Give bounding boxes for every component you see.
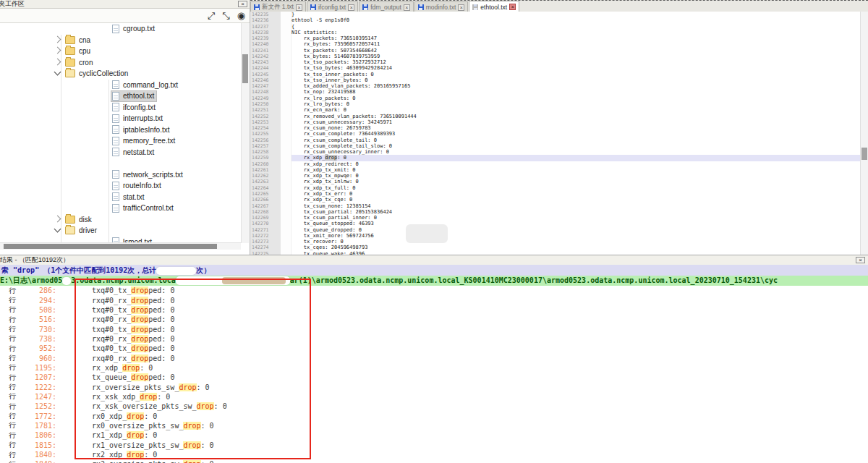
locate-file-icon[interactable]: ◉	[237, 11, 245, 21]
editor-line[interactable]: 142266 rx_xdp_tx_cqe: 0	[250, 197, 861, 203]
chevron-down-icon[interactable]	[54, 226, 61, 233]
editor-line[interactable]: 142269 tx_csum_partial_inner: 0	[250, 215, 861, 221]
workspace-close-button[interactable]: ×	[238, 1, 247, 7]
editor-line[interactable]: 142250 rx_lro_bytes: 0	[250, 101, 861, 107]
tab-close-icon[interactable]: ×	[348, 4, 354, 11]
result-row[interactable]: 行508:txq#0_tx_dropped: 0	[0, 305, 868, 315]
tree-hscrollbar-thumb[interactable]	[4, 244, 217, 249]
tree-item-cpu[interactable]: cpu	[0, 46, 241, 57]
editor-line[interactable]: 142239 rx_packets: 736510395147	[250, 35, 861, 41]
result-row[interactable]: 行1207:tx_queue_dropped: 0	[0, 373, 868, 382]
results-close-button[interactable]: ×	[856, 257, 865, 263]
result-row[interactable]: 行1840:rx2_xdp_drop: 0	[0, 450, 868, 459]
editor-line[interactable]: 142244 tx_tso_bytes: 463099429284214	[250, 65, 861, 71]
search-summary-line[interactable]: 索 "drop" （1个文件中匹配到10192次，总计次）	[0, 265, 868, 276]
result-row[interactable]: 行286:txq#0_tx_dropped: 0	[0, 286, 868, 295]
tab-fdm-output[interactable]: fdm_output×	[359, 1, 414, 12]
tree-item-cgroup-txt[interactable]: cgroup.txt	[0, 23, 241, 35]
editor-line[interactable]: 142236ethtool -S enp1s0f0	[250, 17, 861, 23]
result-row[interactable]: 行294:rxq#0_rx_dropped: 0	[0, 295, 868, 305]
editor-line[interactable]: 142258 rx_csum_unnecessary_inner: 0	[250, 149, 861, 155]
editor-line[interactable]: 142265 rx_xdp_tx_err: 0	[250, 191, 861, 197]
tree-vscrollbar-thumb[interactable]	[242, 54, 248, 83]
editor-line[interactable]: 142268 tx_csum_partial: 205153836424	[250, 209, 861, 215]
tree-item-cna[interactable]: cna	[0, 35, 241, 46]
editor-line[interactable]: 142255 rx_csum_complete: 736449389393	[250, 131, 861, 137]
editor-line[interactable]: 142261 rx_xdp_tx_xmit: 0	[250, 167, 861, 173]
editor-line[interactable]: 142246 tx_tso_inner_bytes: 0	[250, 77, 861, 83]
chevron-right-icon[interactable]	[54, 35, 61, 43]
result-row[interactable]: 行1815:rx1_oversize_pkts_sw_drop: 0	[0, 441, 868, 450]
editor-line[interactable]: 142240 rx_bytes: 735960572057411	[250, 41, 861, 47]
editor-line[interactable]: 142247 tx_added_vlan_packets: 2051659571…	[250, 83, 861, 89]
result-row[interactable]: 行730:txq#0_tx_dropped: 0	[0, 324, 868, 334]
editor-line[interactable]: 142252 rx_removed_vlan_packets: 73651009…	[250, 114, 861, 119]
editor-line[interactable]: 142257 rx_csum_complete_tail_slow: 0	[250, 143, 861, 149]
editor-line[interactable]: 142271 tx_queue_dropped: 0	[250, 227, 861, 233]
tab-close-icon[interactable]: ×	[296, 4, 302, 11]
result-row[interactable]: 行1195:rx_xdp_drop: 0	[0, 363, 868, 373]
editor-line[interactable]: 142254 rx_csum_none: 26759783	[250, 125, 861, 131]
editor-line[interactable]: 142270 tx_queue_stopped: 46393	[250, 221, 861, 226]
editor-line[interactable]: 142263 rx_xdp_tx_inlnw: 0	[250, 179, 861, 184]
tab-close-icon[interactable]: ×	[404, 4, 410, 11]
tree-item-ifconfig-txt[interactable]: ifconfig.txt	[0, 102, 241, 114]
tree-hscrollbar[interactable]	[0, 242, 241, 250]
tree-item-ethtool-txt[interactable]: ethtool.txt	[0, 90, 241, 102]
editor-line[interactable]: 142262 rx_xdp_tx_mpwqe: 0	[250, 173, 861, 179]
result-row[interactable]: 行1252:rx_xsk_oversize_pkts_sw_drop: 0	[0, 402, 868, 411]
result-row[interactable]: 行1222:rx_oversize_pkts_sw_drop: 0	[0, 382, 868, 391]
tree-item-stat-txt[interactable]: stat.txt	[0, 192, 241, 203]
chevron-right-icon[interactable]	[54, 215, 61, 222]
editor-text-area[interactable]: 142235}142236ethtool -S enp1s0f0142237{1…	[250, 12, 861, 255]
editor-line[interactable]: 142264 rx_xdp_tx_full: 0	[250, 185, 861, 191]
tab-modinfo-txt[interactable]: modinfo.txt×	[414, 1, 469, 12]
editor-line[interactable]: 142253 rx_csum_unnecessary: 34245971	[250, 119, 861, 125]
editor-line[interactable]: 142259 rx_xdp_drop: 0	[250, 155, 861, 161]
expand-all-icon[interactable]: ⤢	[208, 11, 215, 21]
result-row[interactable]: 行738:rxq#0_rx_dropped: 0	[0, 334, 868, 344]
tree-vscrollbar[interactable]	[241, 23, 249, 243]
workspace-tree[interactable]: cgroup.txtcnacpucroncyclicCollectioncomm…	[0, 23, 241, 243]
tab-ifconfig-txt[interactable]: ifconfig.txt×	[307, 1, 358, 12]
editor-vscrollbar[interactable]	[860, 12, 868, 255]
editor-line[interactable]: 142251 rx_ecn_mark: 0	[250, 107, 861, 113]
tree-item-command-log-txt[interactable]: command_log.txt	[0, 80, 241, 91]
editor-line[interactable]: 142238NIC statistics:	[250, 30, 861, 35]
result-row[interactable]: 行1247:rx_xsk_xdp_drop: 0	[0, 392, 868, 402]
result-row[interactable]: 行516:rxq#0_rx_dropped: 0	[0, 315, 868, 324]
editor-line[interactable]: 142267 tx_csum_none: 12385154	[250, 203, 861, 209]
tab-close-icon[interactable]: ×	[509, 4, 516, 10]
tree-item-cron[interactable]: cron	[0, 57, 241, 69]
editor-line[interactable]: 142245 tx_tso_inner_packets: 0	[250, 72, 861, 77]
editor-vscrollbar-thumb[interactable]	[861, 148, 867, 160]
editor-line[interactable]: 142272 tx_xmit_more: 569724756	[250, 233, 861, 239]
tree-item-memory-free-txt[interactable]: memory_free.txt	[0, 135, 241, 147]
tab--1-txt[interactable]: 新文件 1.txt×	[250, 1, 306, 12]
chevron-down-icon[interactable]	[54, 69, 61, 76]
editor-line[interactable]: 142248 tx_nop: 232419588	[250, 89, 861, 95]
editor-line[interactable]: 142242 tx_bytes: 514607839753959	[250, 54, 861, 59]
tree-item-network-scripts-txt[interactable]: network_scripts.txt	[0, 169, 241, 181]
chevron-right-icon[interactable]	[54, 47, 61, 54]
editor-line[interactable]: 142235}	[250, 12, 861, 17]
tree-item-disk[interactable]: disk	[0, 214, 241, 226]
result-row[interactable]: 行1772:rx0_xdp_drop: 0	[0, 411, 868, 420]
editor-line[interactable]: 142243 tx_tso_packets: 35272932712	[250, 59, 861, 65]
tree-item-driver[interactable]: driver	[0, 225, 241, 237]
tab-close-icon[interactable]: ×	[458, 4, 464, 11]
tree-item-interrupts-txt[interactable]: interrupts.txt	[0, 113, 241, 124]
editor-line[interactable]: 142237{	[250, 24, 861, 30]
result-row[interactable]: 行1849:rx2_oversize_pkts_sw_drop: 0	[0, 459, 868, 463]
editor-line[interactable]: 142274 tx_cqes: 204596498793	[250, 245, 861, 250]
result-row[interactable]: 行1781:rx0_oversize_pkts_sw_drop: 0	[0, 421, 868, 430]
tree-item-iptablesinfo-txt[interactable]: iptablesInfo.txt	[0, 124, 241, 136]
result-row[interactable]: 行1806:rx1_xdp_drop: 0	[0, 430, 868, 440]
tree-item-routeinfo-txt[interactable]: routeInfo.txt	[0, 180, 241, 192]
result-row[interactable]: 行952:txq#0_tx_dropped: 0	[0, 344, 868, 353]
collapse-all-icon[interactable]: ⤡	[222, 11, 229, 21]
result-file-path[interactable]: E:\日志\armod053.odata.ncmp.unicom.locaar(…	[0, 276, 868, 286]
tree-item-trafficcontrol-txt[interactable]: trafficControl.txt	[0, 203, 241, 214]
editor-line[interactable]: 142273 tx_recover: 0	[250, 239, 861, 245]
result-row[interactable]: 行960:rxq#0_rx_dropped: 0	[0, 353, 868, 362]
